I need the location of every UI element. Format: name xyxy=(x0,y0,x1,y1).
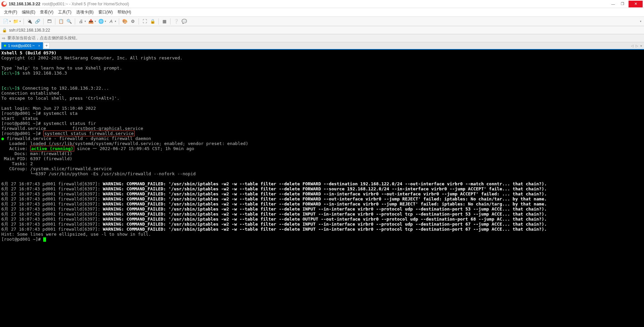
menu-window[interactable]: 窗口(W) xyxy=(96,8,115,16)
menubar: 文件(F) 编辑(E) 查看(V) 工具(T) 选项卡(B) 窗口(W) 帮助(… xyxy=(0,8,644,17)
tab-label: 1 root@pd001:~ xyxy=(8,44,35,48)
terminal-content: Xshell 5 (Build 0579) Copyright (c) 2002… xyxy=(1,50,643,242)
lock-small-icon: 🔒 xyxy=(2,28,7,33)
minimize-button[interactable]: — xyxy=(608,1,618,7)
color-scheme-icon[interactable]: 🎨 xyxy=(121,18,129,25)
hint-bar: ⇨ 要添加当前会话，点击左侧的箭头按钮。 xyxy=(0,34,644,42)
globe-icon[interactable]: 🌐 xyxy=(97,18,105,25)
close-button[interactable]: ✕ xyxy=(629,1,643,7)
app-icon xyxy=(1,1,7,7)
titlebar: 192.168.136.3:22 root@pd001:~ - Xshell 5… xyxy=(0,0,644,8)
help-icon[interactable]: ❔ xyxy=(172,18,180,25)
print-icon[interactable]: 🖨 xyxy=(77,18,85,25)
title-sub: root@pd001:~ - Xshell 5 (Free for Home/S… xyxy=(42,2,129,6)
find-icon[interactable]: 🔍 xyxy=(65,18,73,25)
copy-icon[interactable]: 📋 xyxy=(57,18,65,25)
layout-icon[interactable]: ▦ xyxy=(161,18,168,25)
properties-icon[interactable]: 🗔 xyxy=(46,18,53,25)
address-bar[interactable]: 🔒 ssh://192.168.136.3:22 xyxy=(0,26,644,34)
menu-view[interactable]: 查看(V) xyxy=(38,8,55,16)
tab-strip: 1 root@pd001:~ × + ◁ ▷ ▾ xyxy=(0,42,644,50)
font-icon[interactable]: A xyxy=(107,18,115,25)
new-session-icon[interactable]: 📄 xyxy=(2,18,9,25)
tab-status-icon xyxy=(4,45,6,47)
tab-nav: ◁ ▷ ▾ xyxy=(631,44,642,48)
session-tab[interactable]: 1 root@pd001:~ × xyxy=(1,42,43,49)
open-session-icon[interactable]: 📁 xyxy=(12,18,19,25)
encoding-icon[interactable]: ⚙ xyxy=(129,18,137,25)
add-tab-button[interactable]: + xyxy=(44,43,50,49)
menu-edit[interactable]: 编辑(E) xyxy=(20,8,37,16)
terminal-cursor xyxy=(43,237,46,242)
tab-close-icon[interactable]: × xyxy=(38,44,40,48)
lock-icon[interactable]: 🔒 xyxy=(149,18,156,25)
tab-next-icon[interactable]: ▷ xyxy=(636,44,638,48)
maximize-button[interactable]: ❐ xyxy=(618,1,627,7)
fullscreen-icon[interactable]: ⛶ xyxy=(141,18,148,25)
hint-text: 要添加当前会话，点击左侧的箭头按钮。 xyxy=(7,35,80,41)
menu-help[interactable]: 帮助(H) xyxy=(115,8,133,16)
toolbar: 📄▾ 📁▾ 🔌 🔗 🗔 📋 🔍 🖨▾ 📤▾ 🌐▾ A▾ 🎨 ⚙ ⛶ 🔒 ▦ ❔ … xyxy=(0,17,644,26)
menu-file[interactable]: 文件(F) xyxy=(2,8,19,16)
transfer-icon[interactable]: 📤 xyxy=(87,18,95,25)
toolbar-overflow-icon[interactable]: ▾ xyxy=(640,20,641,23)
title-host: 192.168.136.3:22 xyxy=(9,2,40,6)
terminal[interactable]: Xshell 5 (Build 0579) Copyright (c) 2002… xyxy=(0,50,644,327)
chat-icon[interactable]: 💬 xyxy=(181,18,188,25)
menu-tools[interactable]: 工具(T) xyxy=(56,8,73,16)
address-text: ssh://192.168.136.3:22 xyxy=(9,28,50,33)
tab-prev-icon[interactable]: ◁ xyxy=(631,44,634,48)
menu-tabs[interactable]: 选项卡(B) xyxy=(74,8,96,16)
arrow-icon[interactable]: ⇨ xyxy=(2,36,5,41)
disconnect-icon[interactable]: 🔗 xyxy=(34,18,41,25)
reconnect-icon[interactable]: 🔌 xyxy=(26,18,33,25)
active-status: active (running) xyxy=(31,146,73,151)
highlighted-command: systemctl status firewalld.service xyxy=(43,131,135,136)
tab-list-icon[interactable]: ▾ xyxy=(640,44,642,48)
